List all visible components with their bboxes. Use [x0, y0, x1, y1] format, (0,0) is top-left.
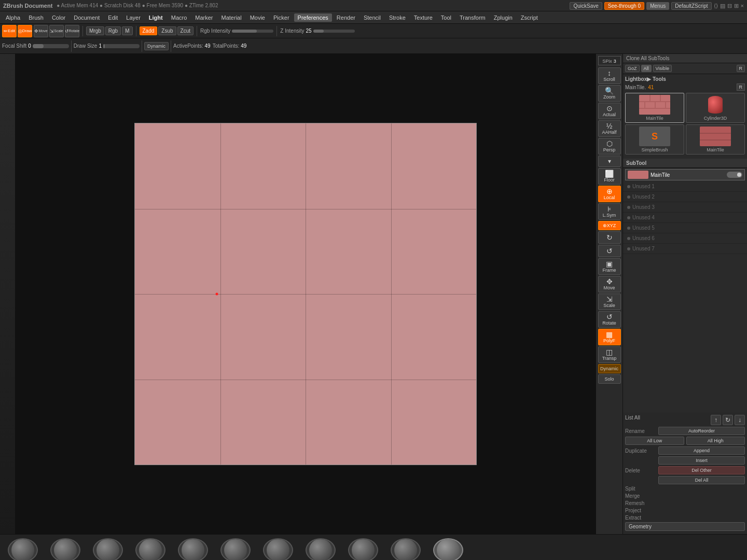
move-button[interactable]: ✥ Move	[34, 25, 48, 37]
brush-item-fracture[interactable]: Fracture	[87, 538, 129, 561]
rotate-vp-button[interactable]: ↺ Rotate	[598, 311, 621, 328]
rotate-x-button[interactable]: ↻	[598, 231, 621, 244]
canvas-area[interactable]	[16, 54, 596, 534]
move-vp-button[interactable]: ✥ Move	[598, 276, 621, 292]
rotate-y-button[interactable]: ↺	[598, 245, 621, 257]
r-button-top[interactable]: R	[737, 65, 745, 72]
transp-button[interactable]: ◫ Transp	[598, 346, 621, 363]
brush-item-zremesher_guides[interactable]: ZRemesherGuides	[342, 538, 384, 561]
menu-item-marker[interactable]: Marker	[191, 13, 216, 22]
tool-thumb-maintile[interactable]: MainTile	[625, 93, 684, 123]
menu-item-material[interactable]: Material	[218, 13, 245, 22]
subtool-item-1[interactable]: Unused 2	[623, 192, 747, 202]
subtool-item-2[interactable]: Unused 3	[623, 202, 747, 213]
rgb-intensity-slider[interactable]	[232, 30, 273, 33]
tool-thumb-maintile2[interactable]: MainTile	[686, 124, 745, 155]
menu-item-brush[interactable]: Brush	[25, 13, 47, 22]
maintile-r-button[interactable]: R	[737, 83, 745, 91]
brush-item-slash3[interactable]: Slash3	[2, 538, 44, 561]
defaultzscript-button[interactable]: DefaultZScript	[671, 2, 711, 10]
all-button[interactable]: All	[641, 65, 652, 72]
scale-vp-button[interactable]: ⇲ Scale	[598, 293, 621, 310]
menu-item-stroke[interactable]: Stroke	[385, 13, 409, 22]
zsub-button[interactable]: Zsub	[158, 26, 176, 35]
subtool-item-4[interactable]: Unused 5	[623, 223, 747, 233]
all-low-button[interactable]: All Low	[625, 437, 684, 445]
focal-shift-slider[interactable]	[33, 44, 69, 48]
all-high-button[interactable]: All High	[686, 437, 745, 445]
polyf-button[interactable]: ▦ PolyF	[598, 329, 621, 345]
menu-item-stencil[interactable]: Stencil	[360, 13, 384, 22]
quicksave-button[interactable]: QuickSave	[570, 2, 602, 10]
canvas-grid[interactable]	[134, 123, 477, 465]
rotate-button[interactable]: ↺ Rotate	[65, 25, 79, 37]
subtool-up-icon[interactable]: ↑	[711, 415, 721, 425]
m-button[interactable]: M	[122, 26, 132, 35]
subtool-refresh-icon[interactable]: ↻	[723, 415, 733, 425]
scale-button[interactable]: ⇲ Scale	[49, 25, 64, 37]
brush-item-dam_standard[interactable]: Dam_Standard	[215, 538, 256, 561]
local-button[interactable]: ⊕ Local	[598, 186, 621, 202]
visible-button[interactable]: Visible	[653, 65, 672, 72]
subtool-item-3[interactable]: Unused 4	[623, 213, 747, 223]
actual-button[interactable]: ⊙ Actual	[598, 103, 621, 119]
mrgb-button[interactable]: Mrgb	[86, 26, 104, 35]
brush-item-fold[interactable]: Fold	[172, 538, 214, 561]
edit-button[interactable]: ✏ Edit	[2, 25, 17, 37]
subtool-item-6[interactable]: Unused 7	[623, 244, 747, 254]
subtool-active-row[interactable]: MainTile	[625, 169, 745, 180]
frame-button[interactable]: ▣ Frame	[598, 258, 621, 275]
dynamic-vp-button[interactable]: Dynamic	[598, 364, 621, 373]
menu-item-render[interactable]: Render	[333, 13, 359, 22]
auto-reorder-button[interactable]: AutoReorder	[658, 427, 745, 435]
subtool-toggle[interactable]	[727, 172, 742, 178]
zadd-button[interactable]: Zadd	[140, 26, 158, 35]
menus-button[interactable]: Menus	[646, 2, 669, 10]
menu-item-tool[interactable]: Tool	[437, 13, 455, 22]
del-all-button[interactable]: Del All	[658, 476, 745, 484]
aahalf-button[interactable]: ½ AAHalf	[598, 120, 621, 137]
zoom-button[interactable]: 🔍 Zoom	[598, 85, 621, 102]
persp-sub-button[interactable]: ▾	[598, 156, 621, 167]
insert-button[interactable]: Insert	[658, 456, 745, 465]
menu-item-transform[interactable]: Transform	[456, 13, 489, 22]
menu-item-zplugin[interactable]: Zplugin	[490, 13, 516, 22]
menu-item-layer[interactable]: Layer	[122, 13, 144, 22]
menu-item-movie[interactable]: Movie	[246, 13, 269, 22]
floor-button[interactable]: ⬜ Floor	[598, 168, 621, 185]
menu-item-picker[interactable]: Picker	[270, 13, 293, 22]
menu-item-document[interactable]: Document	[70, 13, 103, 22]
draw-size-slider[interactable]	[103, 44, 140, 48]
menu-item-texture[interactable]: Texture	[410, 13, 436, 22]
subtool-item-0[interactable]: Unused 1	[623, 181, 747, 192]
menu-item-light[interactable]: Light	[145, 13, 167, 22]
subtool-item-5[interactable]: Unused 6	[623, 233, 747, 244]
lsym-button[interactable]: ⊧ L.Sym	[598, 203, 621, 220]
seethrough-button[interactable]: See-through 0	[604, 2, 644, 10]
scroll-button[interactable]: ↕ Scroll	[598, 67, 621, 84]
menu-item-macro[interactable]: Macro	[168, 13, 191, 22]
geometry-button[interactable]: Geometry	[625, 522, 745, 531]
goz-button[interactable]: GoZ	[625, 65, 640, 72]
xyz-button[interactable]: ⊕XYZ	[598, 221, 621, 230]
persp-button[interactable]: ⬡ Persp	[598, 138, 621, 155]
brush-item-standard[interactable]: Standard	[427, 538, 469, 561]
subtool-down-icon[interactable]: ↓	[735, 415, 745, 425]
menu-item-zscript[interactable]: Zscript	[517, 13, 542, 22]
tool-thumb-simplebrush[interactable]: S SimpleBrush	[625, 124, 684, 155]
dynamic-button[interactable]: Dynamic	[144, 42, 169, 50]
del-other-button[interactable]: Del Other	[658, 466, 745, 474]
brush-item-polish[interactable]: Polish	[257, 538, 299, 561]
draw-button[interactable]: ◎ Draw	[18, 25, 32, 37]
append-button[interactable]: Append	[658, 446, 745, 455]
menu-item-preferences[interactable]: Preferences	[294, 13, 332, 22]
menu-item-alpha[interactable]: Alpha	[2, 13, 24, 22]
brush-item-move[interactable]: Move	[300, 538, 341, 561]
menu-item-edit[interactable]: Edit	[104, 13, 121, 22]
rgb-button[interactable]: Rgb	[105, 26, 121, 35]
brush-item-pinch[interactable]: Pinch	[385, 538, 426, 561]
brush-item-inflat[interactable]: Inflat	[45, 538, 86, 561]
solo-button[interactable]: Solo	[598, 374, 621, 384]
z-intensity-slider[interactable]	[313, 30, 355, 33]
menu-item-color[interactable]: Color	[48, 13, 69, 22]
